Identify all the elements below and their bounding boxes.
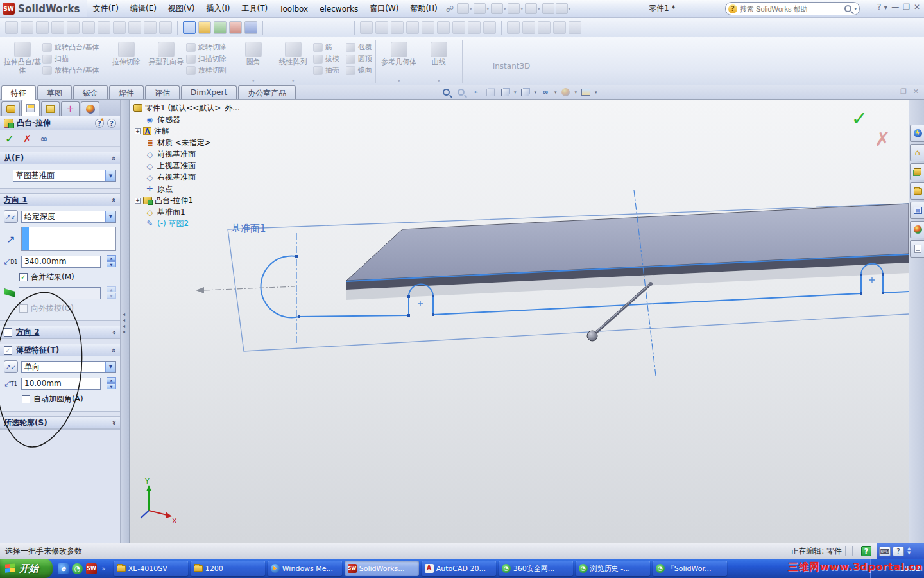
search-input[interactable] [737, 5, 844, 13]
section-selected-contours-header[interactable]: 所选轮廓(S) « [0, 417, 120, 429]
tab-property-manager[interactable] [21, 100, 40, 116]
toolbar-icon[interactable] [21, 21, 33, 34]
tab-office-products[interactable]: 办公室产品 [238, 85, 296, 99]
splitter-grip-icon[interactable]: ◂◂◂◂ [123, 311, 125, 335]
loft-cut-button[interactable]: 放样切割 [186, 66, 227, 75]
status-help-icon[interactable]: ? [861, 546, 871, 556]
extrude-cut-button[interactable]: 拉伸切除 [107, 40, 146, 83]
tab-design-library-home[interactable]: ⌂ [910, 144, 924, 161]
minimize-button[interactable]: — [891, 3, 899, 12]
tab-custom-properties[interactable] [910, 240, 924, 258]
construction-line-horizontal[interactable] [204, 286, 295, 290]
zebra-icon[interactable] [483, 21, 496, 34]
tree-item-right-plane[interactable]: ◇ 右视基准面 [133, 171, 255, 183]
language-help-icon[interactable]: ? [893, 547, 904, 556]
confirm-cancel-icon[interactable]: ✗ [875, 128, 891, 150]
toolbar-icon[interactable] [128, 21, 141, 34]
wrap-button[interactable]: 包覆 [346, 42, 372, 52]
taskbar-button-xe4010sv[interactable]: XE-4010SV [114, 561, 188, 576]
merge-result-checkbox[interactable]: ✓ 合并结果(M) [19, 272, 116, 283]
toolbar-icon[interactable] [159, 21, 172, 34]
tree-item-boss-extrude1[interactable]: + 凸台-拉伸1 [133, 195, 255, 206]
toolbar-icon[interactable] [144, 21, 157, 34]
pm-help-pin-icon[interactable]: ? [95, 119, 104, 128]
tab-design-library[interactable] [910, 163, 924, 180]
curves-caret-icon[interactable]: ▾ [438, 78, 440, 83]
new-document-icon[interactable] [457, 3, 469, 14]
save-icon[interactable] [491, 3, 503, 14]
panel-splitter[interactable]: ◂◂◂◂ [121, 100, 130, 543]
menu-elecworks[interactable]: elecworks [314, 2, 364, 16]
dropdown-arrow-icon[interactable]: ▼ [105, 362, 116, 372]
restore-button[interactable]: ❐ [903, 3, 910, 12]
edit-color-icon[interactable] [198, 21, 211, 34]
fillet-button[interactable]: 圆角 ▾ [234, 40, 273, 83]
green-quicklaunch-icon[interactable]: ◔ [72, 563, 83, 574]
dropdown-arrow-icon[interactable]: ▼ [105, 170, 116, 181]
flow-icon[interactable] [522, 21, 535, 34]
display-style-icon[interactable] [519, 86, 532, 98]
tab-feature-manager[interactable] [1, 101, 20, 116]
direction2-checkbox[interactable] [4, 328, 12, 337]
revolve-cut-button[interactable]: 旋转切除 [186, 42, 227, 52]
section-direction1-header[interactable]: 方向 1 « [0, 194, 120, 206]
check-icon[interactable] [422, 21, 434, 34]
section-thin-feature-header[interactable]: ✓ 薄壁特征(T) « [0, 344, 120, 356]
doc-minimize-icon[interactable]: ― [887, 87, 894, 96]
appearance-icon[interactable] [183, 21, 196, 34]
revolve-boss-button[interactable]: 旋转凸台/基体 [42, 42, 99, 52]
tab-view-palette[interactable]: ▤ [910, 202, 924, 219]
curves-button[interactable]: 曲线 ▾ [419, 40, 459, 83]
zoom-fit-icon[interactable] [440, 86, 452, 98]
linear-pattern-caret-icon[interactable]: ▾ [292, 78, 295, 83]
sim-icon[interactable] [507, 21, 520, 34]
equations-icon[interactable] [452, 21, 465, 34]
motion-icon[interactable] [538, 21, 551, 34]
menu-file[interactable]: 文件(F) [87, 1, 124, 17]
langbar-arrows-icon[interactable]: ▲▼ [907, 547, 911, 556]
thin-type-dropdown[interactable]: 单向 ▼ [21, 361, 116, 373]
toolbar-icon[interactable] [67, 21, 80, 34]
menu-view[interactable]: 视图(V) [162, 1, 201, 17]
thin-reverse-button[interactable]: ↗↙ [4, 360, 18, 373]
section-view-icon[interactable] [484, 86, 497, 98]
reference-geometry-caret-icon[interactable]: ▾ [398, 78, 400, 83]
tree-item-top-plane[interactable]: ◇ 上视基准面 [133, 160, 255, 171]
mirror-button[interactable]: 镜向 [346, 66, 372, 75]
search-caret-icon[interactable]: ▾ [854, 6, 857, 12]
app-help-button[interactable]: ? ▾ [877, 3, 887, 12]
taskbar-button-history[interactable]: ◔浏览历史 -... [576, 561, 650, 576]
compare-icon[interactable] [569, 21, 581, 34]
tab-weldments[interactable]: 焊件 [109, 85, 144, 99]
taskbar-button-autocad[interactable]: AAutoCAD 20... [422, 561, 496, 576]
toolbar-icon[interactable] [98, 21, 110, 34]
confirm-ok-icon[interactable]: ✓ [851, 107, 868, 130]
undo-icon[interactable] [525, 3, 537, 14]
spin-down-icon[interactable]: ▼ [107, 261, 116, 267]
checkbox-checked-icon[interactable]: ✓ [19, 273, 28, 281]
tab-evaluate[interactable]: 评估 [145, 85, 180, 99]
select-icon[interactable] [542, 3, 554, 14]
menu-help[interactable]: 帮助(H) [404, 1, 443, 17]
spin-up-icon[interactable]: ▲ [107, 377, 116, 383]
direction-reference-box[interactable] [21, 227, 116, 251]
ok-button[interactable]: ✓ [5, 132, 14, 145]
stats-icon[interactable] [437, 21, 450, 34]
linear-pattern-button[interactable]: 线性阵列 ▾ [273, 40, 313, 83]
tree-item-front-plane[interactable]: ◇ 前视基准面 [133, 148, 255, 160]
search-icon[interactable] [844, 5, 851, 12]
hide-show-items-icon[interactable]: ∞ [539, 86, 552, 98]
expand-plus-icon[interactable]: + [135, 128, 141, 134]
print-icon[interactable] [508, 3, 520, 14]
tree-item-annotations[interactable]: +A 注解 [133, 125, 255, 137]
open-document-icon[interactable] [474, 3, 486, 14]
measure-icon[interactable] [375, 21, 388, 34]
tab-display-manager[interactable] [81, 101, 99, 116]
drag-handle-rod[interactable] [592, 284, 651, 336]
toolbar-icon[interactable] [36, 21, 49, 34]
tab-features[interactable]: 特征 [1, 85, 36, 100]
taskbar-button-solidworks[interactable]: SWSolidWorks... [345, 561, 419, 576]
edit-appearance-icon[interactable] [560, 86, 572, 98]
zoom-area-icon[interactable] [454, 86, 467, 98]
tab-sheet-metal[interactable]: 钣金 [73, 85, 108, 99]
